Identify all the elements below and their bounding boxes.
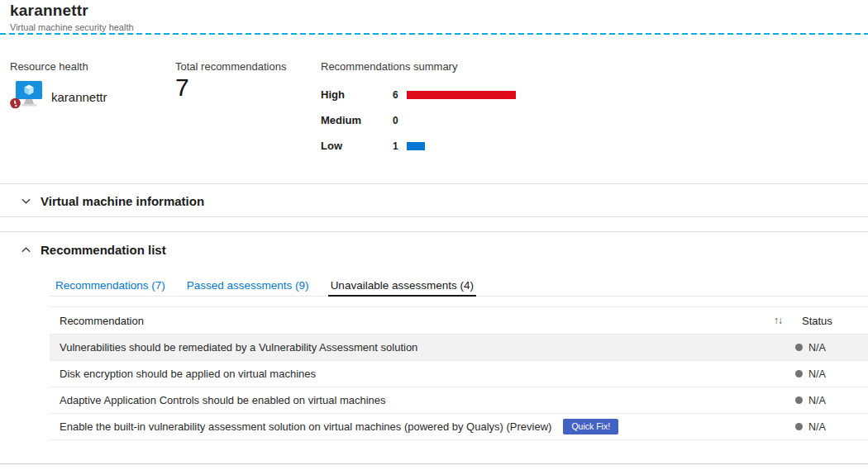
status-dot-icon [795, 423, 803, 430]
section-recommendation-list[interactable]: Recommendation list [0, 240, 166, 259]
section-vm-information[interactable]: Virtual machine information [0, 191, 204, 211]
bottom-divider [0, 463, 868, 464]
total-recommendations-label: Total recommendations [175, 60, 286, 73]
quick-fix-button[interactable]: Quick Fix! [563, 419, 618, 434]
total-recommendations-block: Total recommendations 7 [175, 60, 286, 102]
section-vm-information-label: Virtual machine information [41, 194, 204, 208]
severity-row-low: Low 1 [321, 133, 516, 159]
recommendation-text: Disk encryption should be applied on vir… [50, 368, 774, 380]
status-value: N/A [808, 421, 826, 433]
tab-unavailable-assessments[interactable]: Unavailable assessments (4) [328, 276, 476, 297]
recommendation-table: Recommendation ↑↓ Status Vulnerabilities… [50, 306, 868, 440]
status-dot-icon [795, 370, 803, 377]
sort-icon[interactable]: ↑↓ [774, 315, 802, 326]
total-recommendations-value: 7 [175, 74, 286, 102]
severity-label-medium: Medium [321, 114, 393, 126]
section-recommendation-list-label: Recommendation list [41, 243, 166, 257]
recommendation-text: Adaptive Application Controls should be … [50, 394, 774, 406]
status-dot-icon [795, 344, 803, 351]
assessment-tabs: Recommendations (7) Passed assessments (… [50, 276, 868, 297]
status-cell: N/A [774, 421, 868, 433]
table-row[interactable]: Adaptive Application Controls should be … [50, 387, 868, 414]
divider [0, 216, 868, 217]
overview-section: Resource health [10, 60, 868, 168]
vm-name: karannettr [51, 90, 107, 104]
chevron-down-icon [21, 196, 31, 207]
tab-passed-assessments[interactable]: Passed assessments (9) [184, 276, 312, 296]
severity-label-low: Low [321, 140, 393, 152]
recommendation-text: Enable the built-in vulnerability assess… [60, 420, 551, 433]
divider [0, 231, 868, 232]
vm-security-health-page: karannettr Virtual machine security heal… [0, 0, 868, 470]
table-row[interactable]: Disk encryption should be applied on vir… [50, 361, 868, 387]
status-cell: N/A [774, 368, 868, 380]
status-cell: N/A [774, 395, 868, 406]
status-value: N/A [808, 395, 826, 406]
severity-bar-high [407, 91, 516, 99]
recommendations-summary-label: Recommendations summary [321, 60, 516, 73]
severity-bar-low [407, 142, 425, 150]
dashed-divider [0, 33, 868, 35]
tab-recommendations[interactable]: Recommendations (7) [53, 276, 168, 296]
table-row[interactable]: Enable the built-in vulnerability assess… [50, 414, 868, 440]
severity-label-high: High [321, 88, 393, 101]
severity-row-medium: Medium 0 [321, 107, 516, 133]
page-title: karannettr [10, 2, 134, 20]
table-row[interactable]: Vulnerabilities should be remediated by … [50, 335, 868, 361]
status-dot-icon [795, 396, 803, 404]
divider [0, 183, 868, 184]
status-value: N/A [808, 342, 826, 354]
status-value: N/A [808, 368, 826, 380]
table-header: Recommendation ↑↓ Status [50, 306, 868, 335]
severity-count-medium: 0 [393, 115, 407, 126]
recommendations-summary-block: Recommendations summary High 6 Medium 0 … [321, 60, 516, 159]
virtual-machine-icon [10, 80, 43, 113]
severity-count-low: 1 [393, 140, 407, 152]
resource-health-label: Resource health [10, 60, 107, 73]
chevron-up-icon [21, 244, 31, 255]
column-header-status: Status [802, 315, 868, 327]
status-cell: N/A [774, 342, 868, 354]
page-subtitle: Virtual machine security health [10, 22, 134, 32]
recommendation-text-wrap: Enable the built-in vulnerability assess… [50, 419, 774, 434]
severity-count-high: 6 [393, 89, 407, 101]
page-header: karannettr Virtual machine security heal… [10, 2, 134, 32]
recommendation-text: Vulnerabilities should be remediated by … [50, 341, 774, 354]
severity-bar-chart: High 6 Medium 0 Low 1 [321, 82, 516, 159]
severity-row-high: High 6 [321, 82, 516, 107]
error-badge-icon [10, 98, 21, 109]
column-header-recommendation: Recommendation [50, 315, 774, 327]
resource-health-block: Resource health [10, 60, 107, 113]
